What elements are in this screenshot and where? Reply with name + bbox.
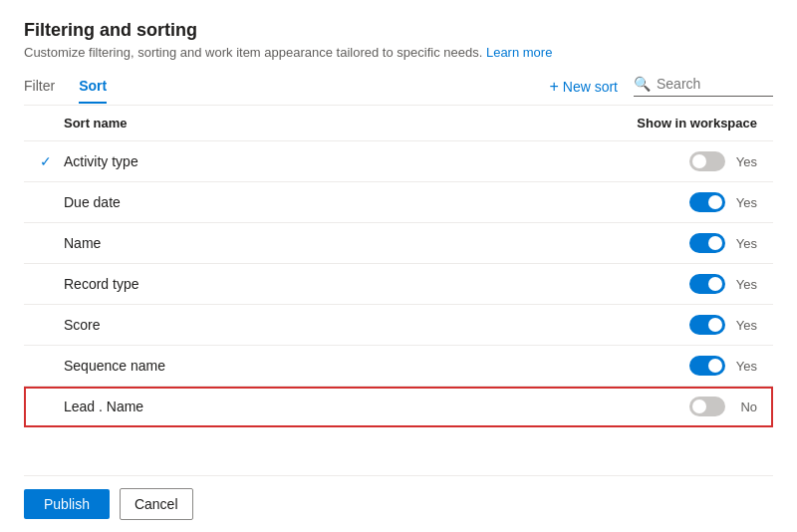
toggle-cell: Yes (404, 141, 773, 182)
table-row: Score Yes (24, 305, 773, 346)
cancel-button[interactable]: Cancel (120, 488, 193, 520)
toggle-cell: Yes (404, 182, 773, 223)
new-sort-button[interactable]: + New sort (549, 78, 618, 96)
footer: Publish Cancel (24, 475, 773, 532)
toggle-switch[interactable] (689, 151, 725, 171)
toggle-label: Yes (733, 318, 757, 333)
page-header: Filtering and sorting Customize filterin… (24, 20, 773, 76)
check-icon: ✓ (40, 153, 56, 169)
page-title: Filtering and sorting (24, 20, 773, 41)
toggle-label: Yes (733, 195, 757, 210)
table-row: Record type Yes (24, 264, 773, 305)
sort-name-label: Name (64, 235, 101, 251)
toolbar-right: + New sort 🔍 (549, 76, 773, 105)
toggle-cell: No (404, 387, 773, 427)
sort-table: Sort name Show in workspace ✓ Activity t… (24, 106, 773, 427)
toggle-switch[interactable] (689, 356, 725, 376)
toggle-label: No (733, 399, 757, 414)
sort-name-cell: Score (24, 305, 404, 346)
sort-name-label: Record type (64, 276, 138, 292)
toggle-slider (689, 274, 725, 294)
sort-name-label: Lead . Name (64, 399, 143, 414)
toggle-label: Yes (733, 277, 757, 292)
toggle-switch[interactable] (689, 192, 725, 212)
toggle-slider (689, 151, 725, 171)
toggle-slider (689, 192, 725, 212)
sort-name-cell: Record type (24, 264, 404, 305)
tab-filter[interactable]: Filter (24, 78, 55, 104)
subtitle-text: Customize filtering, sorting and work it… (24, 45, 482, 60)
sort-name-cell: Sequence name (24, 346, 404, 387)
toggle-switch[interactable] (689, 274, 725, 294)
search-box: 🔍 (634, 76, 773, 97)
toggle-cell: Yes (404, 264, 773, 305)
toggle-slider (689, 315, 725, 335)
publish-button[interactable]: Publish (24, 489, 110, 519)
toggle-cell: Yes (404, 346, 773, 387)
sort-name-cell: ✓ Activity type (24, 141, 404, 182)
sort-name-cell: Due date (24, 182, 404, 223)
sort-name-cell: Lead . Name (24, 387, 404, 427)
learn-more-link[interactable]: Learn more (486, 45, 552, 60)
toggle-slider (689, 397, 725, 416)
new-sort-label: New sort (563, 79, 618, 95)
toggle-cell: Yes (404, 223, 773, 264)
toggle-switch[interactable] (689, 397, 725, 416)
toggle-switch[interactable] (689, 233, 725, 253)
sort-name-label: Activity type (64, 153, 138, 169)
toggle-label: Yes (733, 154, 757, 169)
table-row: Due date Yes (24, 182, 773, 223)
main-page: Filtering and sorting Customize filterin… (0, 0, 797, 532)
tabs: Filter Sort (24, 78, 107, 103)
plus-icon: + (549, 78, 558, 96)
toggle-cell: Yes (404, 305, 773, 346)
table-row: ✓ Activity type Yes (24, 141, 773, 182)
sort-name-cell: Name (24, 223, 404, 264)
search-icon: 🔍 (634, 76, 651, 92)
col-sort-name: Sort name (24, 106, 404, 141)
toggle-label: Yes (733, 359, 757, 374)
tabs-bar: Filter Sort + New sort 🔍 (24, 76, 773, 106)
table-row: Lead . Name No (24, 387, 773, 427)
page-subtitle: Customize filtering, sorting and work it… (24, 45, 773, 60)
sort-name-label: Due date (64, 194, 121, 210)
tab-sort[interactable]: Sort (79, 78, 107, 104)
sort-name-label: Score (64, 317, 101, 333)
table-row: Sequence name Yes (24, 346, 773, 387)
toggle-slider (689, 233, 725, 253)
table-row: Name Yes (24, 223, 773, 264)
col-show-workspace: Show in workspace (404, 106, 773, 141)
toggle-label: Yes (733, 236, 757, 251)
table-container: Sort name Show in workspace ✓ Activity t… (24, 106, 773, 475)
sort-name-label: Sequence name (64, 358, 165, 374)
toggle-switch[interactable] (689, 315, 725, 335)
search-input[interactable] (657, 76, 756, 92)
toggle-slider (689, 356, 725, 376)
